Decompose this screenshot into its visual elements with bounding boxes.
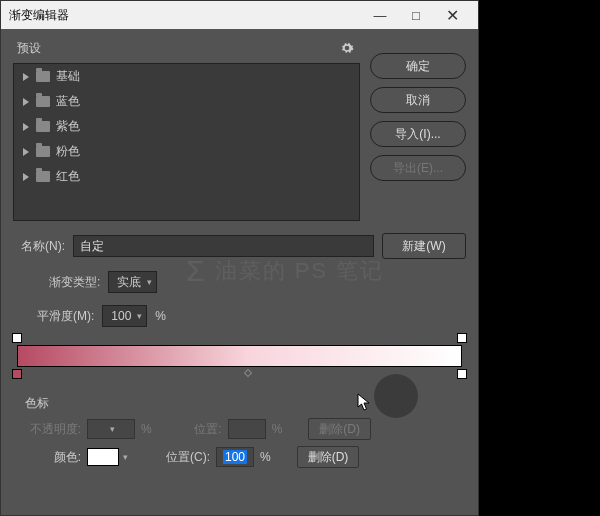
gradient-type-select[interactable]: 实底▾ [108,271,157,293]
preset-folder[interactable]: 蓝色 [14,89,359,114]
chevron-right-icon [22,73,30,81]
maximize-button[interactable]: □ [398,1,434,29]
import-button[interactable]: 导入(I)... [370,121,466,147]
gradient-editor-window: 渐变编辑器 — □ ✕ 预设 基础蓝色紫色粉色红色 确定 取消 导入(I)...… [0,0,479,516]
window-title: 渐变编辑器 [9,7,362,24]
titlebar[interactable]: 渐变编辑器 — □ ✕ [1,1,478,29]
folder-icon [36,96,50,107]
color-swatch[interactable] [87,448,119,466]
ok-button[interactable]: 确定 [370,53,466,79]
midpoint-handle[interactable] [244,369,252,377]
opacity-stop-left[interactable] [12,333,22,343]
color-stop-right[interactable] [457,369,467,379]
percent-label: % [155,309,166,323]
folder-icon [36,121,50,132]
cancel-button[interactable]: 取消 [370,87,466,113]
name-input[interactable]: 自定 [73,235,374,257]
smoothness-label: 平滑度(M): [37,308,94,325]
color-position-label: 位置(C): [158,449,210,466]
opacity-label: 不透明度: [19,421,81,438]
opacity-position-input [228,419,266,439]
folder-icon [36,171,50,182]
folder-icon [36,146,50,157]
folder-label: 基础 [56,68,80,85]
delete-opacity-button: 删除(D) [308,418,371,440]
color-stop-left[interactable] [12,369,22,379]
smoothness-input[interactable]: 100▾ [102,305,147,327]
position-label: 位置: [182,421,222,438]
presets-label: 预设 [17,40,41,57]
preset-list[interactable]: 基础蓝色紫色粉色红色 [13,63,360,221]
export-button: 导出(E)... [370,155,466,181]
folder-icon [36,71,50,82]
folder-label: 粉色 [56,143,80,160]
gear-icon[interactable] [338,39,356,57]
delete-color-button[interactable]: 删除(D) [297,446,360,468]
preset-folder[interactable]: 基础 [14,64,359,89]
folder-label: 蓝色 [56,93,80,110]
opacity-stop-right[interactable] [457,333,467,343]
close-button[interactable]: ✕ [434,1,470,29]
preset-folder[interactable]: 紫色 [14,114,359,139]
chevron-right-icon [22,98,30,106]
name-label: 名称(N): [13,238,65,255]
new-button[interactable]: 新建(W) [382,233,466,259]
opacity-input: ▾ [87,419,135,439]
color-position-input[interactable]: 100 [216,447,254,467]
preset-folder[interactable]: 粉色 [14,139,359,164]
color-dropdown-icon[interactable]: ▾ [123,452,128,462]
preset-folder[interactable]: 红色 [14,164,359,189]
chevron-right-icon [22,173,30,181]
gradient-bar[interactable] [17,345,462,367]
gradient-type-label: 渐变类型: [49,274,100,291]
stops-section-label: 色标 [25,395,466,412]
minimize-button[interactable]: — [362,1,398,29]
folder-label: 红色 [56,168,80,185]
chevron-right-icon [22,148,30,156]
color-label: 颜色: [19,449,81,466]
folder-label: 紫色 [56,118,80,135]
chevron-right-icon [22,123,30,131]
